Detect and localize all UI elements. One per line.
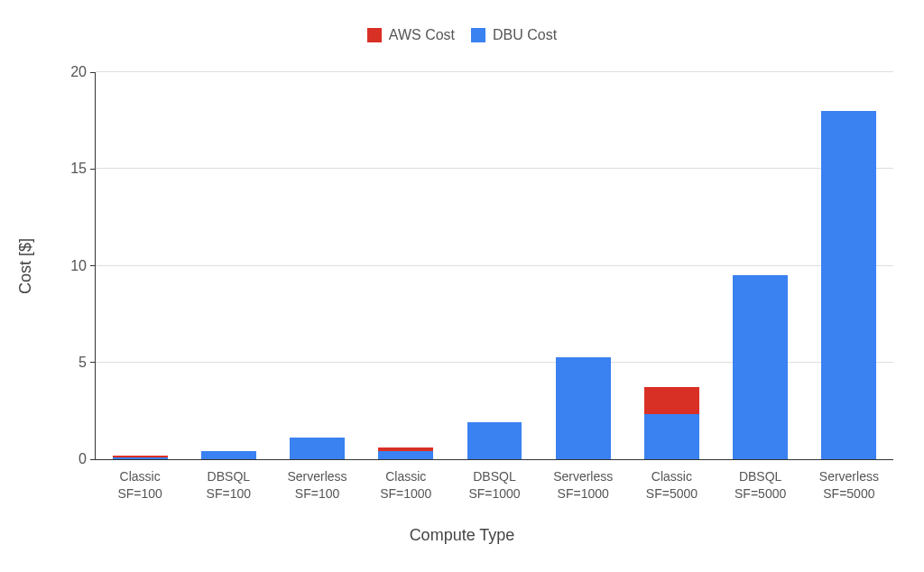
x-tick-label: DBSQLSF=5000 — [735, 459, 786, 503]
legend-label-dbu: DBU Cost — [493, 27, 557, 43]
y-tick-label: 15 — [60, 161, 96, 177]
bar-stack — [644, 387, 699, 459]
legend-item-dbu-cost: DBU Cost — [471, 27, 557, 43]
bar-stack — [467, 422, 522, 459]
bar-stack — [733, 275, 788, 459]
bar-segment-dbu — [556, 357, 611, 459]
bar-segment-dbu — [733, 275, 788, 459]
bar-stack — [290, 438, 345, 459]
y-tick-label: 5 — [60, 355, 96, 371]
y-tick-label: 20 — [60, 64, 96, 80]
x-tick-label: ServerlessSF=100 — [287, 459, 346, 503]
x-tick-label: ClassicSF=5000 — [646, 459, 698, 503]
legend-label-aws: AWS Cost — [389, 27, 455, 43]
bar-slot: ClassicSF=5000 — [627, 72, 716, 459]
y-axis-title: Cost [$] — [16, 238, 35, 294]
bar-segment-dbu — [378, 451, 433, 459]
bar-slot: ServerlessSF=1000 — [539, 72, 627, 459]
bar-segment-dbu — [644, 414, 699, 459]
bar-slot: ClassicSF=1000 — [362, 72, 450, 459]
y-tick-label: 10 — [60, 258, 96, 274]
bar-stack — [201, 451, 256, 459]
legend-item-aws-cost: AWS Cost — [367, 27, 455, 43]
legend: AWS Cost DBU Cost — [0, 27, 924, 43]
bar-slot: ServerlessSF=100 — [273, 72, 361, 459]
bar-slot: ServerlessSF=5000 — [805, 72, 893, 459]
x-tick-label: DBSQLSF=100 — [207, 459, 251, 503]
bar-segment-dbu — [467, 422, 522, 459]
x-axis-title: Compute Type — [0, 526, 924, 545]
bar-slot: ClassicSF=100 — [96, 72, 184, 459]
legend-swatch-dbu — [471, 28, 485, 42]
bar-segment-dbu — [201, 451, 256, 459]
bars-wrap: ClassicSF=100DBSQLSF=100ServerlessSF=100… — [96, 72, 893, 459]
cost-by-compute-chart: AWS Cost DBU Cost Cost [$] 05101520 Clas… — [0, 0, 924, 572]
x-tick-label: ServerlessSF=5000 — [819, 459, 879, 503]
bar-segment-dbu — [821, 111, 876, 459]
plot-area: 05101520 ClassicSF=100DBSQLSF=100Serverl… — [95, 72, 893, 460]
bar-stack — [378, 447, 433, 459]
x-tick-label: ClassicSF=100 — [117, 459, 162, 503]
legend-swatch-aws — [367, 28, 382, 42]
bar-slot: DBSQLSF=5000 — [716, 72, 805, 459]
bar-slot: DBSQLSF=100 — [184, 72, 273, 459]
x-tick-label: ClassicSF=1000 — [380, 459, 431, 503]
bar-segment-dbu — [290, 438, 345, 459]
x-tick-label: DBSQLSF=1000 — [468, 459, 520, 503]
y-tick-label: 0 — [60, 451, 96, 467]
bar-segment-aws — [644, 387, 699, 414]
bar-stack — [821, 111, 876, 459]
bar-stack — [556, 357, 611, 459]
x-tick-label: ServerlessSF=1000 — [553, 459, 613, 503]
bar-slot: DBSQLSF=1000 — [450, 72, 539, 459]
